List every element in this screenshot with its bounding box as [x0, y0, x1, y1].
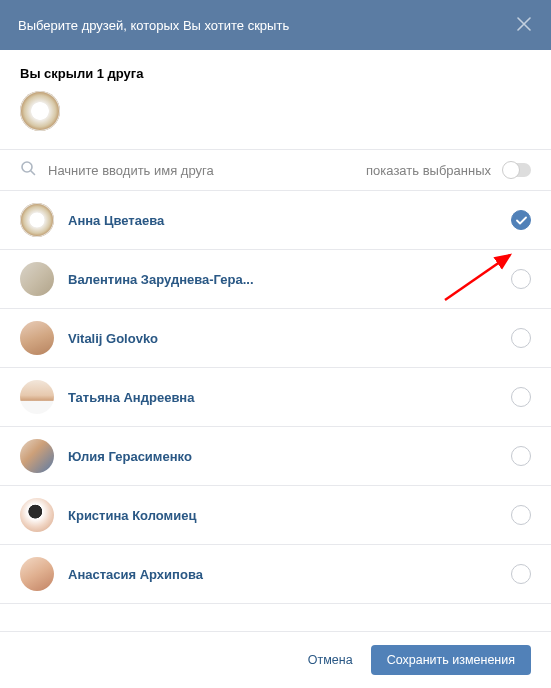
avatar — [20, 557, 54, 591]
friend-name: Татьяна Андреевна — [68, 390, 511, 405]
avatar — [20, 380, 54, 414]
radio-unchecked[interactable] — [511, 505, 531, 525]
search-row: показать выбранных — [0, 149, 551, 191]
show-selected-toggle[interactable] — [503, 163, 531, 177]
radio-unchecked[interactable] — [511, 387, 531, 407]
friend-row[interactable]: Анна Цветаева — [0, 191, 551, 250]
modal-footer: Отмена Сохранить изменения — [0, 631, 551, 688]
friends-list: Анна ЦветаеваВалентина Заруднева-Гера...… — [0, 191, 551, 604]
radio-unchecked[interactable] — [511, 564, 531, 584]
friend-name: Кристина Коломиец — [68, 508, 511, 523]
friend-row[interactable]: Vitalij Golovko — [0, 309, 551, 368]
checkmark-icon[interactable] — [511, 210, 531, 230]
radio-unchecked[interactable] — [511, 328, 531, 348]
search-icon — [20, 160, 36, 180]
show-selected-label: показать выбранных — [366, 163, 491, 178]
cancel-button[interactable]: Отмена — [308, 653, 353, 667]
avatar — [20, 498, 54, 532]
friend-row[interactable]: Анастасия Архипова — [0, 545, 551, 604]
friend-row[interactable]: Татьяна Андреевна — [0, 368, 551, 427]
close-icon[interactable] — [515, 14, 533, 36]
hidden-friends-summary: Вы скрыли 1 друга — [0, 50, 551, 149]
friend-name: Анастасия Архипова — [68, 567, 511, 582]
avatar[interactable] — [20, 91, 60, 131]
avatar — [20, 321, 54, 355]
radio-unchecked[interactable] — [511, 446, 531, 466]
friend-row[interactable]: Валентина Заруднева-Гера... — [0, 250, 551, 309]
friend-name: Анна Цветаева — [68, 213, 511, 228]
hidden-friends-title: Вы скрыли 1 друга — [20, 66, 531, 81]
friend-row[interactable]: Юлия Герасименко — [0, 427, 551, 486]
modal-title: Выберите друзей, которых Вы хотите скрыт… — [18, 18, 289, 33]
friend-name: Юлия Герасименко — [68, 449, 511, 464]
radio-unchecked[interactable] — [511, 269, 531, 289]
search-input[interactable] — [48, 163, 354, 178]
hidden-friends-avatars — [20, 91, 531, 145]
save-button[interactable]: Сохранить изменения — [371, 645, 531, 675]
avatar — [20, 262, 54, 296]
friend-name: Валентина Заруднева-Гера... — [68, 272, 511, 287]
avatar — [20, 439, 54, 473]
friend-row[interactable]: Кристина Коломиец — [0, 486, 551, 545]
friend-name: Vitalij Golovko — [68, 331, 511, 346]
avatar — [20, 203, 54, 237]
modal-header: Выберите друзей, которых Вы хотите скрыт… — [0, 0, 551, 50]
